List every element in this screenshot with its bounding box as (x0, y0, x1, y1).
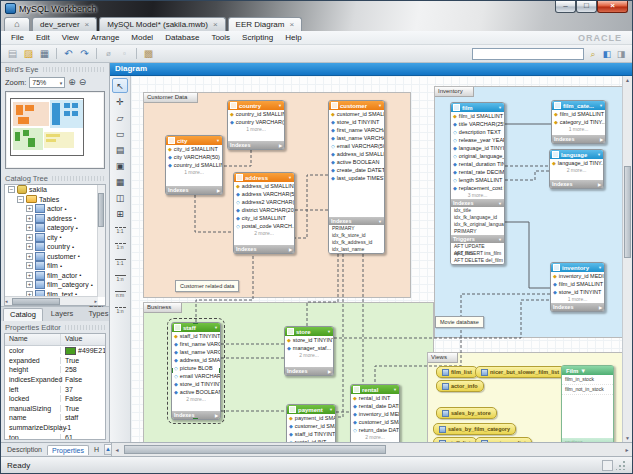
zoom-select[interactable]: 75% ▾ (29, 77, 65, 88)
pan-tool[interactable]: ✛ (112, 94, 128, 109)
maximize-button[interactable]: □ (576, 1, 597, 13)
column-store-id[interactable]: ◆store_id TINYINT (285, 336, 333, 344)
find-in-files-icon[interactable]: ⌕ (587, 48, 599, 60)
menu-tools[interactable]: Tools (205, 33, 236, 42)
tree-expander-icon[interactable]: + (26, 205, 33, 212)
zoom-out-icon[interactable]: ⊖ (79, 77, 87, 88)
section-indexes[interactable]: Indexes▶ (166, 186, 222, 194)
more-columns-label[interactable]: 1 more... (551, 296, 604, 303)
search-input[interactable] (472, 48, 584, 60)
table-payment[interactable]: payment▼◆payment_id SMAL...◆customer_id … (286, 404, 336, 442)
table-tool[interactable]: ▦ (112, 174, 128, 189)
layout-icon[interactable] (602, 460, 613, 471)
property-row-locked[interactable]: lockedFalse (5, 394, 105, 404)
editor-tab-description[interactable]: Description (3, 445, 46, 454)
column-rental-id[interactable]: ◆rental_id INT (351, 394, 399, 402)
column-film-id[interactable]: ◆film_id SMALLINT (552, 110, 605, 118)
view-film-list[interactable]: film_list (436, 366, 478, 378)
column-email[interactable]: ◇email VARCHAR(50) (172, 372, 220, 380)
selection-handle[interactable] (193, 418, 198, 420)
rel-1-n-non-identifying-tool[interactable]: 1:n (112, 238, 128, 253)
routine-group-header[interactable]: Film▼ (562, 366, 613, 375)
catalog-tree-v-scrollbar[interactable] (97, 185, 105, 297)
eraser-tool[interactable]: ▱ (112, 110, 128, 125)
table-header[interactable]: customer▼ (329, 101, 384, 110)
editor-tab-properties[interactable]: Properties (47, 445, 89, 455)
property-row-expanded[interactable]: expandedTrue (5, 356, 105, 366)
minimize-button[interactable]: – (555, 1, 576, 13)
section-indexes[interactable]: Indexes▶ (228, 141, 284, 149)
column-rental-rate[interactable]: ◆rental_rate DECIMA... (451, 168, 504, 176)
tab-eer-diagram[interactable]: EER Diagram× (228, 17, 303, 31)
column-store-id[interactable]: ◆store_id TINYINT (172, 380, 220, 388)
tree-expander-icon[interactable]: + (26, 215, 33, 222)
column-city-id[interactable]: ◆city_id SMALLINT (166, 145, 222, 153)
rel-n-m-identifying-tool[interactable]: n:m (112, 286, 128, 301)
note-movie-database[interactable]: Movie database (435, 316, 484, 328)
close-icon[interactable]: × (213, 21, 218, 29)
note-customer-related-data[interactable]: Customer related data (175, 280, 239, 292)
more-columns-label[interactable]: 2 more... (172, 396, 220, 403)
resize-grip[interactable] (616, 460, 626, 470)
table-header[interactable]: payment▼ (287, 405, 335, 414)
selection-handle[interactable] (171, 322, 173, 324)
rel-1-1-non-identifying-tool[interactable]: 1:1 (112, 222, 128, 237)
zoom-in-icon[interactable]: ⊕ (68, 77, 76, 88)
column-return-date[interactable]: ◇return_date DATE... (351, 426, 399, 434)
section-indexes[interactable]: Indexes▶ (551, 303, 604, 311)
column-city-id[interactable]: ◆city_id SMALLINT (234, 214, 294, 222)
selection-handle[interactable] (171, 368, 173, 373)
column-inventory-id[interactable]: ◆inventory_id MEDI... (351, 410, 399, 418)
section-triggers[interactable]: Triggers▼ (451, 235, 504, 243)
sidebar-tab-catalog[interactable]: Catalog (3, 308, 43, 321)
scroll-down-icon[interactable]: ▼ (623, 434, 632, 442)
table-address[interactable]: address▼◆address_id SMALLINT◆address VAR… (233, 172, 295, 254)
section-indexes[interactable]: Indexes▶ (550, 180, 603, 188)
column-postal-code[interactable]: ◇postal_code VARCH... (234, 222, 294, 230)
rel-1-1-identifying-tool[interactable]: 1:1 (112, 254, 128, 269)
section-indexes[interactable]: Indexes▶ (552, 135, 605, 143)
section-item-primary[interactable]: PRIMARY (329, 225, 384, 232)
column-inventory-id[interactable]: ◆inventory_id MEDI... (551, 272, 604, 280)
menu-file[interactable]: File (5, 33, 30, 42)
table-header[interactable]: inventory▼ (551, 263, 604, 272)
new-document-icon[interactable]: ▤ (6, 47, 19, 60)
tree-node-table-film[interactable]: +film• (5, 261, 105, 271)
column-last-name[interactable]: ◆last_name VARCHA... (329, 134, 384, 142)
section-item-idx-last-name[interactable]: idx_last_name (329, 246, 384, 253)
v-scroll-thumb[interactable] (624, 166, 631, 258)
connection-fk-customer-address-b[interactable] (295, 175, 328, 238)
section-item-aft-delete-del-film[interactable]: AFT DELETE del_film (451, 257, 504, 264)
tree-node-schema[interactable]: −sakila (5, 185, 105, 195)
scroll-right-icon[interactable]: ▸ (622, 446, 632, 453)
more-columns-label[interactable]: 3 more... (451, 192, 504, 199)
section-item-idx-fk-store-id[interactable]: idx_fk_store_id (329, 232, 384, 239)
column-country[interactable]: ◆country VARCHAR(50) (228, 118, 284, 126)
property-row-height[interactable]: height258 (5, 365, 105, 375)
column-description[interactable]: ◇description TEXT (451, 128, 504, 136)
h-scroll-thumb[interactable] (124, 445, 386, 454)
table-staff[interactable]: staff▼◆staff_id TINYINT◆first_name VARCH… (171, 322, 221, 420)
column-city[interactable]: ◆city VARCHAR(50) (166, 153, 222, 161)
property-row-name[interactable]: namestaff (5, 413, 105, 423)
new-eer-diagram-icon[interactable]: ▩ (142, 47, 155, 60)
column-payment-id[interactable]: ◆payment_id SMAL... (287, 414, 335, 422)
column-address-id[interactable]: ◆address_id SMALLINT (234, 182, 294, 190)
table-country[interactable]: country▼◆country_id SMALLINT◆country VAR… (227, 100, 285, 150)
open-document-icon[interactable]: ▨ (22, 47, 35, 60)
menu-view[interactable]: View (56, 33, 85, 42)
connection-fk-inventory-film[interactable] (505, 222, 550, 288)
column-title[interactable]: ◆title VARCHAR(255) (451, 120, 504, 128)
tree-expander-icon[interactable]: + (26, 281, 33, 288)
connection-fk-address-city[interactable] (195, 195, 233, 232)
tree-expander-icon[interactable]: + (26, 224, 33, 231)
column-address-id[interactable]: ◆address_id SMALLINT (329, 150, 384, 158)
column-address[interactable]: ◆address VARCHAR(50) (234, 190, 294, 198)
editor-tab-h[interactable]: H (90, 445, 103, 454)
diagram-v-scrollbar[interactable]: ▲ ▼ (622, 76, 632, 442)
column-rental-id[interactable]: ◇rental_id INT (287, 438, 335, 442)
routine-group-tool[interactable]: ⊞ (112, 206, 128, 221)
column-store-id[interactable]: ◆store_id TINYINT (551, 288, 604, 296)
undo-icon[interactable]: ↶ (62, 47, 75, 60)
table-header[interactable]: rental▼ (351, 385, 399, 394)
